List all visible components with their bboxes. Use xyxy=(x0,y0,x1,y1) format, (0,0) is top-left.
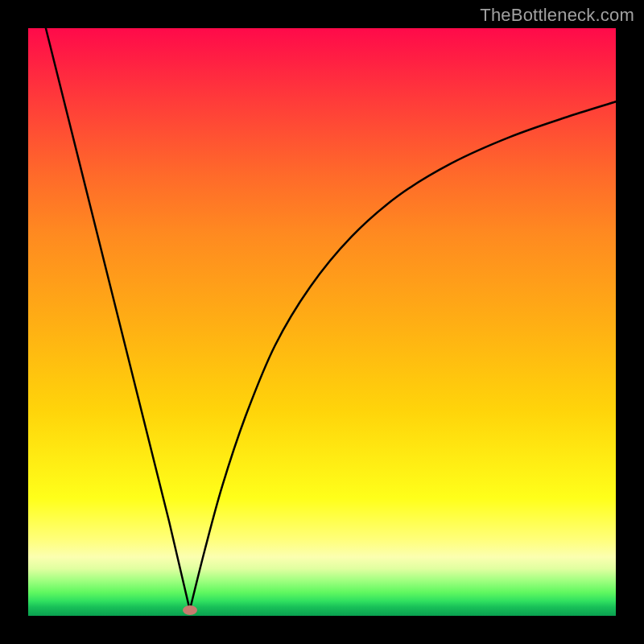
bottleneck-curve xyxy=(28,28,616,616)
curve-left-branch xyxy=(46,28,190,610)
curve-right-branch xyxy=(190,101,616,609)
attribution-label: TheBottleneck.com xyxy=(480,5,634,26)
minimum-marker xyxy=(183,605,197,615)
chart-frame: TheBottleneck.com xyxy=(0,0,644,644)
